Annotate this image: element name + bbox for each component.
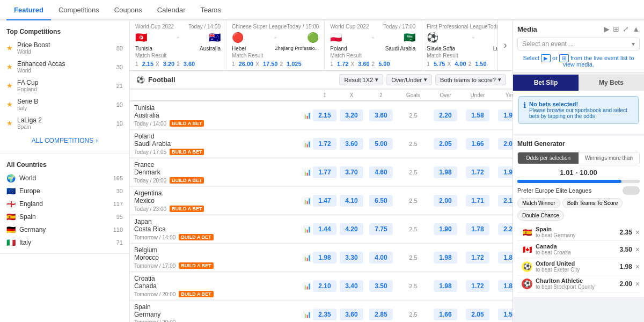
odds-x-button[interactable]: 3.20 <box>340 109 363 121</box>
tab-bet-slip[interactable]: Bet Slip <box>513 75 579 91</box>
tab-my-bets[interactable]: My Bets <box>579 75 644 91</box>
country-item-italy[interactable]: 🇮🇹 Italy 71 <box>0 236 129 249</box>
odd-2[interactable]: 2 3.60 <box>177 61 195 67</box>
carousel-next-button[interactable]: › <box>497 20 513 70</box>
odds-2-button[interactable]: 3.50 <box>369 280 393 292</box>
odds-x-button[interactable]: 3.70 <box>340 166 363 178</box>
under-button[interactable]: 1.66 <box>466 138 489 150</box>
odd-2[interactable]: 2 1.50 <box>469 61 487 67</box>
competition-item-fa-cup[interactable]: ★ FA Cup England 21 <box>0 76 129 95</box>
under-button[interactable]: 1.72 <box>466 166 489 178</box>
yes-button[interactable]: 2.05 <box>498 138 513 150</box>
yes-button[interactable]: 2.15 <box>498 195 513 207</box>
odds-2-button[interactable]: 7.75 <box>369 223 393 235</box>
under-button[interactable]: 1.72 <box>466 252 489 264</box>
double-chance-button[interactable]: Double Chance <box>517 210 564 221</box>
odds-x-button[interactable]: 4.20 <box>340 223 363 235</box>
odds-2-button[interactable]: 2.85 <box>369 309 393 320</box>
close-selection-button[interactable]: × <box>635 228 640 237</box>
competition-item-serie-b[interactable]: ★ Serie B Italy 10 <box>0 95 129 114</box>
build-a-bet-badge[interactable]: BUILD A BET <box>179 234 213 240</box>
tab-odds-per-selection[interactable]: Odds per selection <box>518 152 579 164</box>
under-button[interactable]: 1.78 <box>466 223 489 235</box>
over-button[interactable]: 2.20 <box>434 109 457 121</box>
filter-result-dropdown[interactable]: Result 1X2 ▾ <box>339 74 383 85</box>
stream-icon[interactable]: 📊 <box>303 254 311 261</box>
odds-2-button[interactable]: 6.50 <box>369 195 393 207</box>
odds-2-button[interactable]: 5.00 <box>369 138 393 150</box>
match-winner-button[interactable]: Match Winner <box>517 198 560 208</box>
stream-icon[interactable]: 📊 <box>303 169 311 176</box>
odds-1-button[interactable]: 2.15 <box>313 109 336 121</box>
odd-1[interactable]: 1 2.15 <box>135 61 153 67</box>
odd-1[interactable]: 1 26.00 <box>232 61 253 67</box>
odds-2-button[interactable]: 3.60 <box>369 109 393 121</box>
competition-item-enhanced-accas[interactable]: ★ Enhanced Accas World 30 <box>0 57 129 76</box>
over-button[interactable]: 1.98 <box>434 252 457 264</box>
yes-button[interactable]: 1.83 <box>498 280 513 292</box>
yes-button[interactable]: 1.95 <box>498 166 513 178</box>
odd-2[interactable]: 2 5.00 <box>372 61 390 67</box>
close-selection-button[interactable]: × <box>635 262 640 271</box>
build-a-bet-badge[interactable]: BUILD A BET <box>170 177 204 184</box>
close-selection-button[interactable]: × <box>635 280 640 288</box>
odd-x[interactable]: X 3.60 <box>350 61 369 67</box>
country-item-europe[interactable]: 🇪🇺 Europe 30 <box>0 185 129 197</box>
nav-tab-teams[interactable]: Teams <box>193 1 229 20</box>
odd-1[interactable]: 1 1.72 <box>330 61 348 67</box>
odd-1[interactable]: 1 5.75 <box>427 61 445 67</box>
nav-tab-competitions[interactable]: Competitions <box>51 1 107 20</box>
stream-icon[interactable]: 📊 <box>303 282 311 290</box>
yes-button[interactable]: 1.98 <box>498 109 513 121</box>
competition-item-laliga2[interactable]: ★ LaLiga 2 Spain 10 <box>0 114 129 133</box>
build-a-bet-badge[interactable]: BUILD A BET <box>170 206 204 212</box>
odds-1-button[interactable]: 1.77 <box>313 166 336 178</box>
over-button[interactable]: 2.00 <box>434 195 457 207</box>
prefer-leagues-toggle[interactable] <box>623 186 640 195</box>
odds-1-button[interactable]: 1.44 <box>313 223 336 235</box>
build-a-bet-badge[interactable]: BUILD A BET <box>179 262 213 269</box>
filter-both-teams-dropdown[interactable]: Both teams to score? ▾ <box>435 74 506 85</box>
country-item-spain[interactable]: 🇪🇸 Spain 95 <box>0 210 129 223</box>
all-competitions-button[interactable]: ALL COMPETITIONS › <box>0 133 129 149</box>
stream-icon[interactable]: 📊 <box>303 197 311 204</box>
grid-icon[interactable]: ⊞ <box>613 25 619 33</box>
both-teams-to-score-button[interactable]: Both Teams To Score <box>562 198 623 208</box>
filter-over-under-dropdown[interactable]: Over/Under ▾ <box>386 74 432 85</box>
odds-2-button[interactable]: 4.00 <box>369 252 393 264</box>
odds-x-button[interactable]: 3.40 <box>340 280 363 292</box>
yes-button[interactable]: 2.20 <box>498 223 513 235</box>
odd-x[interactable]: X 3.20 <box>156 61 174 67</box>
collapse-icon[interactable]: ▲ <box>632 25 640 33</box>
over-button[interactable]: 1.90 <box>434 223 457 235</box>
odds-1-button[interactable]: 2.35 <box>313 309 336 320</box>
stream-icon[interactable]: 📊 <box>303 225 311 233</box>
build-a-bet-badge[interactable]: BUILD A BET <box>170 120 204 127</box>
odds-x-button[interactable]: 3.60 <box>340 138 363 150</box>
odds-x-button[interactable]: 3.60 <box>340 309 363 320</box>
odds-1-button[interactable]: 1.98 <box>313 252 336 264</box>
under-button[interactable]: 1.58 <box>466 109 489 121</box>
odds-1-button[interactable]: 2.10 <box>313 280 336 292</box>
odds-x-button[interactable]: 4.10 <box>340 195 363 207</box>
stream-icon[interactable]: 📊 <box>303 311 311 318</box>
range-bar[interactable] <box>517 180 640 183</box>
country-item-england[interactable]: 🏴󠁧󠁢󠁥󠁮󠁧󠁿 England 117 <box>0 197 129 210</box>
odds-2-button[interactable]: 4.60 <box>369 166 393 178</box>
yes-button[interactable]: 1.85 <box>498 252 513 264</box>
country-item-world[interactable]: 🌍 World 165 <box>0 172 129 185</box>
under-button[interactable]: 1.72 <box>466 280 489 292</box>
nav-tab-featured[interactable]: Featured <box>6 1 51 20</box>
odd-x[interactable]: X 4.00 <box>447 61 466 67</box>
build-a-bet-badge[interactable]: BUILD A BET <box>170 149 204 155</box>
over-button[interactable]: 1.66 <box>434 309 457 320</box>
nav-tab-calendar[interactable]: Calendar <box>150 1 193 20</box>
country-item-germany[interactable]: 🇩🇪 Germany 110 <box>0 223 129 236</box>
expand-icon[interactable]: ⤢ <box>623 25 629 33</box>
close-selection-button[interactable]: × <box>635 245 640 254</box>
odds-1-button[interactable]: 1.72 <box>313 138 336 150</box>
odds-x-button[interactable]: 3.30 <box>340 252 363 264</box>
under-button[interactable]: 2.05 <box>466 309 489 320</box>
odds-1-button[interactable]: 1.47 <box>313 195 336 207</box>
odd-x[interactable]: X 17.50 <box>255 61 277 67</box>
